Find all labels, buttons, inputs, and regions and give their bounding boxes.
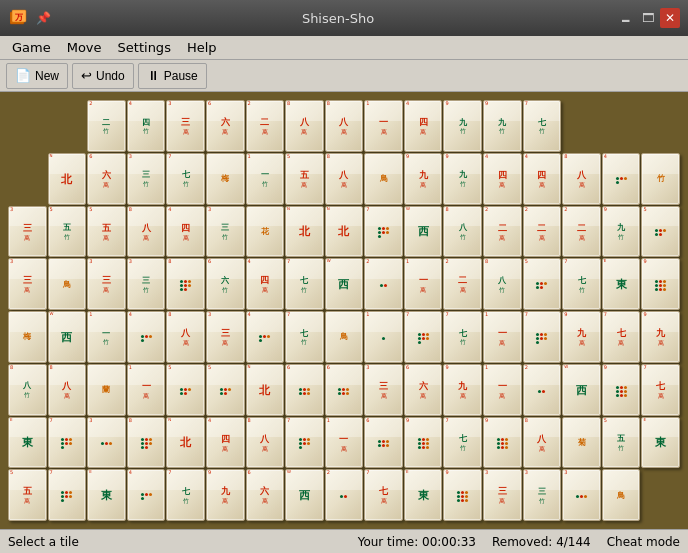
tile[interactable]: N 北 xyxy=(325,206,364,258)
tile[interactable]: 3 三 萬 xyxy=(364,364,403,416)
tile[interactable]: 1 一 萬 xyxy=(483,364,522,416)
tile[interactable]: 8 xyxy=(166,258,205,310)
tile[interactable]: 6 六 萬 xyxy=(206,100,245,152)
tile[interactable]: 4 四 萬 xyxy=(246,258,285,310)
tile[interactable]: 7 七 竹 xyxy=(285,258,324,310)
tile[interactable]: 8 xyxy=(127,417,166,469)
tile[interactable]: 5 五 竹 xyxy=(602,417,641,469)
tile[interactable]: 6 六 萬 xyxy=(87,153,126,205)
tile[interactable]: E 東 xyxy=(404,469,443,521)
menu-help[interactable]: Help xyxy=(179,36,225,59)
tile[interactable]: 3 三 萬 xyxy=(206,311,245,363)
tile[interactable]: 9 九 萬 xyxy=(562,311,601,363)
tile[interactable]: 3 三 萬 xyxy=(8,258,47,310)
tile[interactable]: 4 xyxy=(246,311,285,363)
tile[interactable]: 竹 xyxy=(641,153,680,205)
tile[interactable]: 8 八 竹 xyxy=(443,206,482,258)
pause-button[interactable]: ⏸ Pause xyxy=(138,63,207,89)
tile[interactable]: N 北 xyxy=(285,206,324,258)
tile[interactable]: 1 一 萬 xyxy=(483,311,522,363)
collapse-button[interactable]: 🗕 xyxy=(616,8,636,28)
tile[interactable]: 4 四 竹 xyxy=(127,100,166,152)
tile[interactable]: 7 xyxy=(364,206,403,258)
tile[interactable]: 9 xyxy=(483,417,522,469)
tile[interactable]: 4 四 萬 xyxy=(523,153,562,205)
tile[interactable]: 梅 xyxy=(8,311,47,363)
tile[interactable]: 3 xyxy=(87,417,126,469)
tile[interactable]: E 東 xyxy=(641,417,680,469)
tile[interactable]: 1 一 竹 xyxy=(246,153,285,205)
tile[interactable]: 7 xyxy=(285,417,324,469)
tile[interactable]: 7 xyxy=(404,311,443,363)
tile[interactable]: 7 七 竹 xyxy=(166,153,205,205)
tile[interactable]: 5 xyxy=(523,258,562,310)
tile[interactable]: 3 三 竹 xyxy=(206,206,245,258)
tile[interactable]: 3 三 萬 xyxy=(8,206,47,258)
tile[interactable]: 8 八 竹 xyxy=(483,258,522,310)
tile[interactable]: N 北 xyxy=(246,364,285,416)
tile[interactable]: 1 一 萬 xyxy=(364,100,403,152)
tile[interactable]: 4 xyxy=(127,311,166,363)
tile[interactable]: 1 一 竹 xyxy=(87,311,126,363)
tile[interactable]: 4 xyxy=(602,153,641,205)
tile[interactable]: 7 七 竹 xyxy=(166,469,205,521)
tile[interactable]: 7 xyxy=(523,311,562,363)
tile[interactable]: 7 xyxy=(48,417,87,469)
tile[interactable]: 3 三 萬 xyxy=(87,258,126,310)
tile[interactable]: 2 二 萬 xyxy=(483,206,522,258)
tile[interactable]: 7 七 萬 xyxy=(641,364,680,416)
tile[interactable]: W 西 xyxy=(562,364,601,416)
tile[interactable]: 9 xyxy=(443,469,482,521)
tile[interactable]: 5 五 萬 xyxy=(8,469,47,521)
tile[interactable]: N 北 xyxy=(166,417,205,469)
tile[interactable]: 3 三 萬 xyxy=(483,469,522,521)
tile[interactable]: 菊 xyxy=(562,417,601,469)
tile[interactable]: E 東 xyxy=(8,417,47,469)
tile[interactable]: 2 xyxy=(523,364,562,416)
tile[interactable]: 1 一 萬 xyxy=(404,258,443,310)
menu-settings[interactable]: Settings xyxy=(110,36,179,59)
tile[interactable]: 3 三 竹 xyxy=(523,469,562,521)
tile[interactable]: 7 七 萬 xyxy=(364,469,403,521)
tile[interactable]: 6 xyxy=(364,417,403,469)
maximize-button[interactable]: 🗖 xyxy=(638,8,658,28)
tile[interactable]: W 西 xyxy=(404,206,443,258)
tile[interactable]: 8 八 萬 xyxy=(246,417,285,469)
tile[interactable]: 7 xyxy=(48,469,87,521)
tile[interactable]: W 西 xyxy=(285,469,324,521)
undo-button[interactable]: ↩ Undo xyxy=(72,63,134,89)
tile[interactable]: N 北 xyxy=(48,153,87,205)
tile[interactable]: 2 xyxy=(364,258,403,310)
menu-move[interactable]: Move xyxy=(59,36,110,59)
menu-game[interactable]: Game xyxy=(4,36,59,59)
tile[interactable]: 1 xyxy=(364,311,403,363)
tile[interactable]: 9 九 萬 xyxy=(443,364,482,416)
tile[interactable]: 6 六 萬 xyxy=(404,364,443,416)
tile[interactable]: 9 九 萬 xyxy=(404,153,443,205)
tile[interactable]: 2 二 萬 xyxy=(523,206,562,258)
tile[interactable]: 4 四 萬 xyxy=(483,153,522,205)
tile[interactable]: 6 xyxy=(285,364,324,416)
tile[interactable]: W 西 xyxy=(48,311,87,363)
tile[interactable]: 鳥 xyxy=(48,258,87,310)
tile[interactable]: 5 xyxy=(641,206,680,258)
tile[interactable]: 9 九 竹 xyxy=(443,100,482,152)
tile[interactable]: 鳥 xyxy=(325,311,364,363)
tile[interactable]: 5 xyxy=(166,364,205,416)
tile[interactable]: W 西 xyxy=(325,258,364,310)
tile[interactable]: 6 六 竹 xyxy=(206,258,245,310)
tile[interactable]: 8 八 萬 xyxy=(48,364,87,416)
tile[interactable]: 5 五 竹 xyxy=(48,206,87,258)
tile[interactable]: 梅 xyxy=(206,153,245,205)
close-button[interactable]: ✕ xyxy=(660,8,680,28)
tile[interactable]: 3 xyxy=(562,469,601,521)
tile[interactable]: 6 xyxy=(325,364,364,416)
tile[interactable]: 9 九 竹 xyxy=(602,206,641,258)
tile[interactable]: 7 七 竹 xyxy=(523,100,562,152)
tile[interactable]: 9 九 萬 xyxy=(206,469,245,521)
tile[interactable]: 2 xyxy=(325,469,364,521)
tile[interactable]: 4 四 萬 xyxy=(404,100,443,152)
tile[interactable]: 8 八 竹 xyxy=(8,364,47,416)
tile[interactable]: 2 二 萬 xyxy=(562,206,601,258)
tile[interactable]: 鳥 xyxy=(364,153,403,205)
